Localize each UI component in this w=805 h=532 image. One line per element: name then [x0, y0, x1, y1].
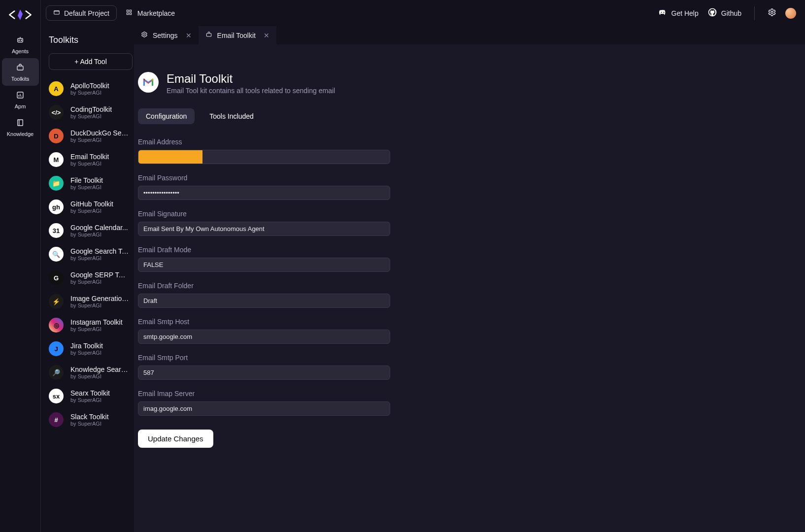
toolkit-item-icon: D	[49, 129, 64, 143]
svg-point-21	[143, 33, 145, 35]
toolkit-item-author: by SuperAGI	[70, 90, 109, 96]
tab-email-toolkit[interactable]: Email Toolkit ✕	[199, 26, 276, 44]
get-help-label: Get Help	[671, 9, 699, 17]
settings-button[interactable]	[768, 8, 776, 19]
toolkit-item[interactable]: 🔎Knowledge Search...by SuperAGI	[49, 361, 129, 384]
toolkit-item[interactable]: ghGitHub Toolkitby SuperAGI	[49, 195, 129, 219]
toolkit-item-icon: ⚡	[49, 294, 64, 309]
add-tool-button[interactable]: + Add Tool	[49, 53, 133, 70]
github-label: Github	[721, 9, 741, 17]
field-input[interactable]	[138, 330, 390, 344]
update-changes-button[interactable]: Update Changes	[138, 430, 213, 448]
toolkit-item[interactable]: 31Google Calendar...by SuperAGI	[49, 219, 129, 242]
toolkit-item[interactable]: MEmail Toolkitby SuperAGI	[49, 148, 129, 171]
svg-rect-15	[127, 13, 129, 15]
field-label: Email Signature	[138, 210, 390, 218]
toolkit-item-icon: sx	[49, 389, 64, 403]
subtab-tools-included[interactable]: Tools Included	[201, 108, 262, 124]
project-selector[interactable]: Default Project	[46, 5, 117, 21]
rail-label: Toolkits	[11, 76, 30, 82]
toolkit-item[interactable]: AApolloToolkitby SuperAGI	[49, 77, 129, 100]
close-icon[interactable]: ✕	[186, 32, 192, 39]
toolkit-item[interactable]: 🔍Google Search Toolkitby SuperAGI	[49, 242, 129, 266]
field-input[interactable]	[138, 366, 390, 380]
toolkit-item-author: by SuperAGI	[70, 397, 110, 403]
field-label: Email Address	[138, 138, 390, 146]
config-field: Email Draft Mode	[138, 246, 390, 272]
get-help-link[interactable]: Get Help	[658, 7, 699, 19]
toolkit-item-author: by SuperAGI	[70, 350, 103, 356]
toolkit-item[interactable]: sxSearx Toolkitby SuperAGI	[49, 384, 129, 408]
toolkit-icon	[205, 31, 212, 39]
toolkit-item[interactable]: DDuckDuckGo Search...by SuperAGI	[49, 124, 129, 148]
toolkit-item-icon: G	[49, 270, 64, 285]
toolkit-item[interactable]: GGoogle SERP Toolkitby SuperAGI	[49, 266, 129, 290]
svg-marker-0	[18, 9, 23, 20]
config-field: Email Password	[138, 174, 390, 200]
toolkit-item-author: by SuperAGI	[70, 255, 129, 261]
toolkits-sidebar: Toolkits + Add Tool AApolloToolkitby Sup…	[41, 26, 134, 532]
field-label: Email Smtp Host	[138, 318, 390, 326]
svg-rect-22	[206, 33, 211, 36]
topbar: Default Project Marketplace Get Help Git…	[41, 0, 805, 26]
toolkit-item-name: Slack Toolkit	[70, 413, 109, 421]
field-input[interactable]	[138, 222, 390, 236]
toolkit-item[interactable]: JJira Toolkitby SuperAGI	[49, 337, 129, 361]
tab-settings[interactable]: Settings ✕	[134, 26, 199, 44]
user-avatar[interactable]	[785, 8, 796, 19]
config-field: Email Smtp Host	[138, 318, 390, 344]
toolkit-item-icon: 🔍	[49, 247, 64, 262]
robot-icon	[16, 35, 25, 46]
config-field: Email Smtp Port	[138, 354, 390, 380]
toolkit-item-author: by SuperAGI	[70, 373, 129, 379]
toolkit-item-author: by SuperAGI	[70, 208, 113, 214]
field-input[interactable]	[138, 150, 390, 164]
marketplace-link[interactable]: Marketplace	[126, 9, 175, 17]
github-link[interactable]: Github	[707, 7, 741, 19]
field-input[interactable]	[138, 294, 390, 308]
field-input[interactable]	[138, 401, 390, 416]
toolkit-item-icon: 🔎	[49, 365, 64, 380]
svg-rect-12	[54, 11, 60, 15]
rail-item-agents[interactable]: Agents	[2, 31, 39, 58]
toolkit-item-icon: ◎	[49, 318, 64, 332]
toolkit-item[interactable]: ⚡Image Generation...by SuperAGI	[49, 290, 129, 313]
toolkit-item-name: Searx Toolkit	[70, 389, 110, 397]
svg-point-20	[771, 11, 773, 13]
toolkit-item-name: File Toolkit	[70, 176, 103, 184]
config-field: Email Imap Server	[138, 390, 390, 416]
rail-item-knowledge[interactable]: Knowledge	[2, 113, 39, 141]
toolkit-item-name: GitHub Toolkit	[70, 200, 113, 208]
discord-icon	[658, 7, 668, 19]
gear-icon	[141, 31, 148, 39]
toolkit-item-name: Google SERP Toolkit	[70, 271, 129, 279]
field-input[interactable]	[138, 186, 390, 200]
toolkit-item[interactable]: </>CodingToolkitby SuperAGI	[49, 100, 129, 124]
field-input[interactable]	[138, 258, 390, 272]
nav-rail: Agents Toolkits Apm Knowledge	[0, 0, 41, 532]
rail-label: Agents	[12, 48, 29, 54]
toolkit-item-author: by SuperAGI	[70, 279, 129, 285]
toolkit-item[interactable]: 📁File Toolkitby SuperAGI	[49, 171, 129, 195]
toolkit-item-name: Google Calendar...	[70, 224, 128, 232]
toolkit-item-name: CodingToolkit	[70, 105, 112, 113]
toolkit-item-author: by SuperAGI	[70, 326, 123, 332]
toolkit-item-name: Google Search Toolkit	[70, 247, 129, 255]
marketplace-label: Marketplace	[137, 9, 175, 17]
toolkit-item[interactable]: #Slack Toolkitby SuperAGI	[49, 408, 129, 432]
toolkit-icon	[16, 63, 25, 74]
toolkit-item-author: by SuperAGI	[70, 421, 109, 427]
svg-rect-14	[130, 10, 132, 12]
svg-point-3	[21, 40, 22, 41]
subtab-configuration[interactable]: Configuration	[138, 108, 195, 124]
rail-item-apm[interactable]: Apm	[2, 86, 39, 113]
toolkit-item-name: ApolloToolkit	[70, 82, 109, 90]
toolkit-item[interactable]: ◎Instagram Toolkitby SuperAGI	[49, 313, 129, 337]
toolkit-item-name: DuckDuckGo Search...	[70, 129, 129, 137]
close-icon[interactable]: ✕	[264, 32, 269, 39]
grid-icon	[126, 9, 133, 17]
config-field: Email Draft Folder	[138, 282, 390, 308]
rail-item-toolkits[interactable]: Toolkits	[2, 58, 39, 86]
toolkit-item-icon: J	[49, 341, 64, 356]
gmail-icon	[138, 72, 159, 93]
